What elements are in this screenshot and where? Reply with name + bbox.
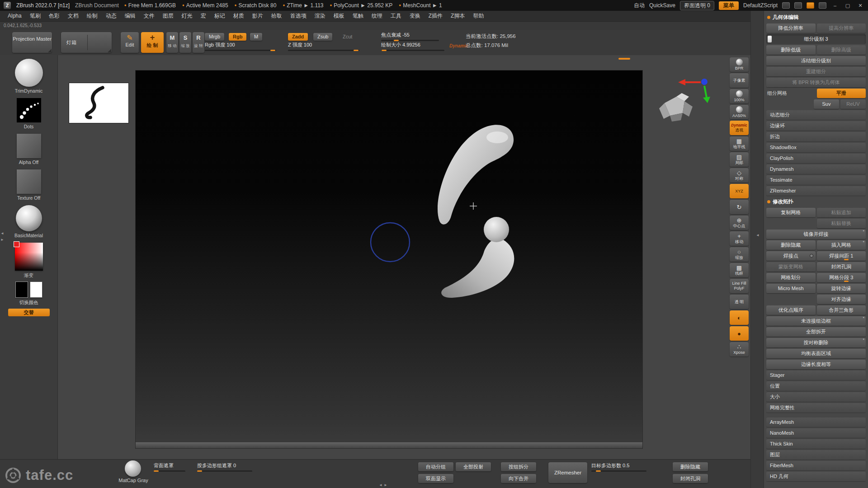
draw-size-slider[interactable]: 绘制大小 4.99256 [381,42,444,51]
menu-item-23[interactable]: Z脚本 [447,11,469,21]
current-brush-thumbnail[interactable] [15,59,43,87]
shelf-button-5[interactable]: ▦地平线 [730,136,749,151]
shelf-button-2[interactable]: 100% [730,89,749,103]
layout-4-icon[interactable] [819,2,826,9]
slider-track[interactable] [288,50,359,51]
panel-button-20[interactable]: 镜像并焊接* [766,230,866,239]
panel-button-21-a[interactable]: 删除隐藏 [766,240,816,250]
slider-track[interactable] [381,50,444,51]
panel-button-26-b[interactable]: 对齐边缘 [817,295,866,304]
slider-handle[interactable] [197,470,202,472]
panel-button-23-a[interactable]: 蒙版变网格 [766,262,816,272]
panel-button-31[interactable]: 均衡表面区域 [766,349,866,358]
menu-item-14[interactable]: 拾取 [267,11,286,21]
shelf-button-6[interactable]: ▨局部 [730,152,749,167]
current-stroke-thumbnail[interactable] [17,98,41,122]
shelf-button-3[interactable]: AA50% [730,105,749,119]
subpalette-38[interactable]: ArrayMesh [766,418,866,427]
menu-item-12[interactable]: 材质 [229,11,248,21]
panel-button-4[interactable]: 冻结细分级别 [766,56,866,66]
menu-item-7[interactable]: 文件 [140,11,159,21]
subpalette-34[interactable]: 位置 [766,381,866,391]
auto-button[interactable]: 自动 [634,2,645,9]
subpalette-41[interactable]: 图层 [766,450,866,460]
bottom-button-colA-1[interactable]: 双面显示 [418,474,453,483]
bottom-button-colE-0[interactable]: 删除隐藏 [673,462,708,471]
panel-button-21-b[interactable]: 插入网格* [817,240,866,250]
panel-button-29[interactable]: 全部拆开 [766,327,866,337]
shelf-button-13[interactable]: ▩线框 [730,263,749,277]
bottom-button-colC-1[interactable]: 向下合并 [501,474,536,483]
canvas-scrollbar[interactable] [136,442,642,448]
minimize-button[interactable]: – [831,3,839,8]
switch-color-button[interactable]: 切换颜色 [19,300,38,306]
shelf-divider-marker[interactable] [618,58,630,60]
backface-mask-button[interactable]: 背面遮罩 [154,462,185,472]
shelf-button-17[interactable]: ● [730,326,749,341]
maximize-button[interactable]: ▢ [844,3,852,9]
subpalette-35[interactable]: 大小 [766,392,866,402]
shelf-button-16[interactable]: ◐ [730,310,749,325]
menu-item-19[interactable]: 纹理 [368,11,387,21]
quicksave-button[interactable]: QuickSave [649,2,675,9]
slider-handle[interactable] [768,36,772,42]
menu-item-20[interactable]: 工具 [387,11,406,21]
panel-divider-arrow-icon[interactable]: ◄ [756,233,760,237]
menu-item-15[interactable]: 首选项 [286,11,311,21]
rgb-intensity-slider[interactable]: Rgb 强度 100 [205,42,276,51]
slider-track[interactable] [381,40,439,41]
panel-button-18-a[interactable]: 复制网格 [766,208,816,217]
panel-button-7[interactable]: 平滑 [817,89,866,98]
slider-handle[interactable] [354,50,359,51]
subpalette-36[interactable]: 网格完整性 [766,403,866,413]
bottom-button-colE-1[interactable]: 封闭孔洞 [673,474,708,483]
shelf-button-10[interactable]: ⊕中心点 [730,216,749,230]
palette-header-17[interactable]: 修改拓扑 [766,197,866,206]
slider-track[interactable] [591,470,646,472]
subpalette-42[interactable]: FiberMesh [766,461,866,470]
subpalette-39[interactable]: NanoMesh [766,428,866,438]
panel-button-19-b[interactable]: 粘贴替换 [817,219,866,228]
panel-button-25-a[interactable]: Micro Mesh [766,284,816,293]
projection-master-button[interactable]: Projection Master [12,32,52,53]
subpalette-15[interactable]: Tessimate [766,175,866,185]
mrgb-button[interactable]: Mrgb [205,33,224,41]
draw-button[interactable]: +绘 制 [141,32,164,53]
shelf-button-18[interactable]: ∴Xpose [730,342,749,357]
scroll-right-icon[interactable]: ► [384,483,389,487]
current-alpha-thumbnail[interactable] [17,134,41,158]
menu-item-3[interactable]: 文档 [64,11,83,21]
zadd-button[interactable]: Zadd [288,33,308,41]
slider-handle[interactable] [596,470,601,472]
rotate-button[interactable]: R旋 转 [193,32,204,53]
slider-track[interactable] [205,50,276,51]
z-intensity-slider[interactable]: Z 强度 100 [288,42,359,51]
bottom-button-colA-0[interactable]: 自动分组 [418,462,453,471]
subpalette-11[interactable]: 折边 [766,132,866,141]
panel-button-3-a[interactable]: 删除低级 [766,45,816,55]
shelf-button-9[interactable]: ↻ [730,200,749,214]
m-button[interactable]: M [250,33,262,41]
panel-button-8-a[interactable]: Suv [814,99,839,109]
slider-handle[interactable] [154,470,159,472]
layout-3-icon[interactable] [807,2,814,9]
bottom-button-colC-0[interactable]: 按组拆分 [501,462,536,471]
shelf-button-14[interactable]: Line FillPolyF [730,279,749,293]
menu-item-16[interactable]: 渲染 [311,11,330,21]
panel-button-23-b[interactable]: 封闭孔洞 [817,262,866,272]
shelf-button-8[interactable]: XYZ [730,184,749,198]
panel-button-24-a[interactable]: 网格划分 [766,273,816,282]
subpalette-10[interactable]: 边缘环 [766,121,866,131]
subpalette-14[interactable]: Dynamesh [766,164,866,174]
secondary-color-swatch[interactable] [30,282,42,298]
subpalette-16[interactable]: ZRemesher [766,186,866,196]
slider-track[interactable] [197,470,252,472]
menu-item-24[interactable]: 帮助 [469,11,488,21]
lightbox-button[interactable]: 灯箱 [61,32,112,53]
panel-button-22-b[interactable]: 焊接间距 1 [817,251,866,261]
menu-item-18[interactable]: 笔触 [349,11,368,21]
shelf-button-0[interactable]: BPR [730,57,749,72]
menu-item-22[interactable]: Z插件 [425,11,447,21]
panel-button-32[interactable]: 边缘长度相等 [766,360,866,369]
focal-shift-slider[interactable]: 焦点衰减 -55 [381,32,439,41]
